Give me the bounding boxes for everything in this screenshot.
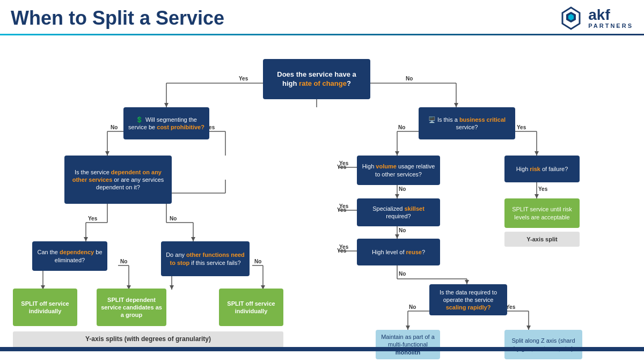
high-volume-text: High volume usage relative to other serv… [361, 162, 436, 178]
svg-text:No: No [170, 216, 177, 221]
cost-highlight: cost prohibitive? [157, 124, 204, 130]
skillset-text: Specialized skillset required? [361, 205, 436, 220]
result1-text: SPLIT off service individually [17, 300, 73, 315]
cost-prohibitive-text: 💲Will segmenting the service be cost pro… [128, 116, 205, 131]
svg-marker-24 [84, 237, 88, 241]
logo-subtitle: PARTNERS [588, 23, 633, 29]
header-divider [0, 34, 644, 35]
skillset-highlight: skillset [405, 205, 425, 212]
dep2-highlight: dependency [60, 249, 94, 255]
flowchart-area: Yes No No Yes Yes No [0, 38, 644, 351]
reuse-box: High level of reuse? [357, 239, 440, 265]
yaxis-split-right: Y-axis split [504, 232, 580, 247]
high-risk-box: High risk of failure? [504, 156, 580, 182]
svg-text:Yes: Yes [239, 76, 248, 82]
logo-text-area: akf PARTNERS [588, 8, 633, 29]
result3-text: SPLIT off service individually [223, 300, 279, 315]
high-volume-box: High volume usage relative to other serv… [357, 156, 440, 185]
split-risk-text: SPLIT service until risk levels are acce… [509, 205, 575, 221]
svg-text:No: No [398, 124, 405, 130]
svg-marker-72 [465, 280, 469, 284]
skillset-box: Specialized skillset required? [357, 198, 440, 226]
business-critical-box: 🖥️Is this a business critical service? [419, 107, 515, 139]
rate-of-change-highlight: rate of change [299, 79, 347, 87]
svg-marker-65 [395, 234, 399, 239]
footer-bar [0, 347, 644, 351]
yes-volume-label: Yes [337, 164, 346, 170]
svg-marker-54 [535, 151, 539, 156]
svg-marker-42 [170, 285, 174, 290]
yes-reuse-label: Yes [337, 248, 346, 254]
svg-marker-5 [164, 103, 169, 107]
business-critical-text: 🖥️Is this a business critical service? [423, 116, 511, 131]
svg-text:Yes: Yes [517, 124, 526, 130]
svg-text:No: No [406, 76, 413, 82]
volume-highlight: volume [376, 163, 397, 169]
svg-text:Yes: Yes [506, 304, 516, 310]
svg-marker-78 [406, 326, 410, 330]
header: When to Split a Service akf PARTNERS [0, 0, 644, 34]
svg-text:No: No [399, 227, 406, 233]
svg-text:No: No [254, 258, 261, 264]
result-split-individual-2: SPLIT off service individually [219, 289, 283, 326]
scaling-text: Is the data required to operate the serv… [434, 289, 503, 312]
svg-text:No: No [399, 271, 406, 277]
result-split-individual-1: SPLIT off service individually [13, 289, 77, 326]
logo-name: akf [588, 8, 633, 23]
split-risk-result-box: SPLIT service until risk levels are acce… [504, 198, 580, 228]
svg-marker-50 [395, 151, 399, 156]
dependency-question-text: Is the service dependent on any other se… [69, 168, 167, 191]
svg-text:No: No [120, 258, 127, 264]
svg-text:No: No [111, 124, 118, 130]
biz-crit-highlight: business critical [459, 116, 506, 123]
scaling-box: Is the data required to operate the serv… [429, 284, 507, 315]
monolith-text: Maintain as part of a multi-functional m… [380, 333, 436, 356]
main-question-box: Does the service have ahigh rate of chan… [263, 59, 370, 99]
svg-text:No: No [399, 186, 406, 192]
svg-marker-29 [191, 237, 195, 241]
high-risk-text: High risk of failure? [516, 165, 568, 173]
other-functions-box: Do any other functions need to stop if t… [161, 241, 250, 276]
akf-logo-icon [558, 5, 584, 31]
page-title: When to Split a Service [11, 7, 224, 29]
svg-text:Yes: Yes [88, 216, 98, 221]
reuse-text: High level of reuse? [372, 248, 425, 256]
svg-text:Yes: Yes [538, 186, 548, 192]
dependency-question-box: Is the service dependent on any other se… [64, 156, 172, 204]
svg-marker-13 [105, 151, 109, 156]
risk-highlight: risk [530, 166, 540, 172]
svg-marker-9 [454, 103, 458, 107]
result2-text: SPLIT dependent service candidates as a … [101, 296, 162, 319]
dep-highlight: dependent on any other services [72, 169, 162, 183]
result-split-group: SPLIT dependent service candidates as a … [97, 289, 166, 326]
svg-marker-60 [395, 194, 399, 198]
other-functions-text: Do any other functions need to stop if t… [165, 251, 245, 267]
eliminate-dep-box: Can the dependency be eliminated? [32, 241, 107, 271]
reuse-highlight: reuse [406, 249, 422, 255]
svg-text:No: No [409, 304, 416, 310]
logo: akf PARTNERS [558, 5, 633, 31]
zaxis-box: Split along Z axis (shard by geo, custom… [504, 330, 582, 359]
eliminate-dep-text: Can the dependency be eliminated? [36, 248, 103, 264]
yaxis-label-text: Y-axis splits (with degrees of granulari… [85, 335, 211, 344]
svg-marker-82 [526, 326, 531, 330]
yaxis-splits-label: Y-axis splits (with degrees of granulari… [13, 331, 283, 348]
monolith-box: Maintain as part of a multi-functional m… [376, 330, 440, 359]
main-question-text: Does the service have ahigh rate of chan… [277, 70, 356, 88]
other-func-highlight: other functions need to stop [170, 252, 244, 265]
cost-prohibitive-box: 💲Will segmenting the service be cost pro… [123, 107, 209, 139]
yes-skillset-label: Yes [337, 207, 346, 213]
scaling-highlight: scaling rapidly? [446, 304, 491, 311]
svg-marker-57 [535, 194, 539, 198]
yaxis-split-text: Y-axis split [526, 235, 557, 243]
